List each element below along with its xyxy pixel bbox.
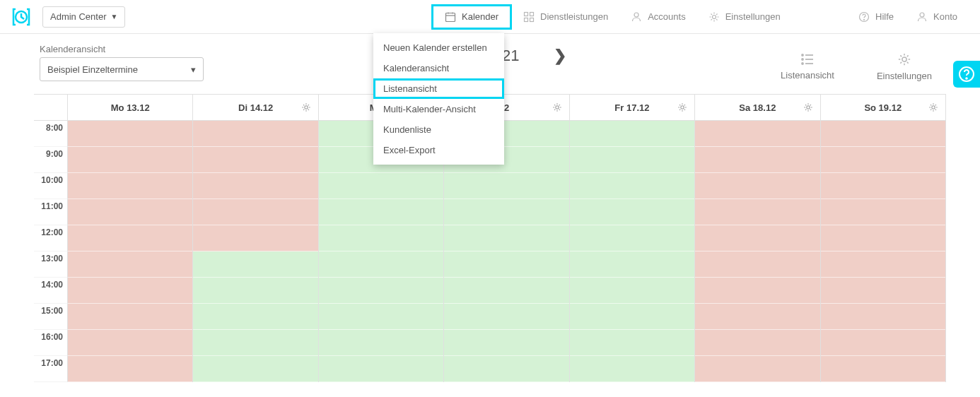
gear-icon[interactable] — [803, 102, 813, 112]
dropdown-item-excel-export[interactable]: Excel-Export — [373, 140, 504, 160]
time-slot[interactable] — [695, 225, 819, 251]
time-slot[interactable] — [570, 251, 694, 278]
time-slot[interactable] — [821, 356, 945, 382]
time-slot[interactable] — [570, 121, 694, 147]
time-slot[interactable] — [444, 173, 568, 199]
time-slot[interactable] — [444, 304, 568, 330]
time-slot[interactable] — [444, 356, 568, 382]
time-slot[interactable] — [68, 330, 192, 356]
time-slot[interactable] — [319, 304, 443, 330]
time-slot[interactable] — [319, 278, 443, 304]
gear-icon[interactable] — [552, 102, 562, 112]
time-slot[interactable] — [319, 225, 443, 251]
time-slot[interactable] — [821, 121, 945, 147]
time-slot[interactable] — [695, 199, 819, 225]
floating-help-button[interactable] — [953, 61, 980, 88]
time-slot[interactable] — [570, 147, 694, 173]
nav-einstellungen-label: Einstellungen — [725, 11, 781, 22]
day-header-label: Di 14.12 — [238, 102, 273, 113]
time-slot[interactable] — [319, 173, 443, 199]
time-slot[interactable] — [68, 304, 192, 330]
admin-center-select[interactable]: Admin Center ▼ — [42, 6, 125, 28]
dropdown-item-list-view[interactable]: Listenansicht — [373, 78, 504, 99]
time-slot[interactable] — [68, 121, 192, 147]
time-slot[interactable] — [68, 251, 192, 278]
listview-button[interactable]: Listenansicht — [781, 53, 834, 81]
nav-dienstleistungen[interactable]: Dienstleistungen — [512, 4, 619, 30]
time-slot[interactable] — [695, 251, 819, 278]
time-label: 14:00 — [34, 278, 68, 304]
time-slot[interactable] — [444, 251, 568, 278]
time-slot[interactable] — [319, 251, 443, 278]
time-slot[interactable] — [821, 304, 945, 330]
time-slot[interactable] — [570, 330, 694, 356]
time-slot[interactable] — [695, 330, 819, 356]
settings-button[interactable]: Einstellungen — [877, 52, 932, 81]
time-slot[interactable] — [193, 356, 317, 382]
time-slot[interactable] — [444, 225, 568, 251]
time-slot[interactable] — [821, 147, 945, 173]
time-slot[interactable] — [821, 278, 945, 304]
time-slot[interactable] — [821, 173, 945, 199]
time-slot[interactable] — [193, 278, 317, 304]
time-slot[interactable] — [444, 278, 568, 304]
time-slot[interactable] — [193, 225, 317, 251]
nav-konto[interactable]: Konto — [905, 4, 969, 30]
top-nav: Kalender Dienstleistungen Accounts Einst… — [431, 0, 969, 33]
day-header: Di 14.12 — [193, 95, 318, 121]
time-slot[interactable] — [319, 330, 443, 356]
time-slot[interactable] — [695, 121, 819, 147]
time-slot[interactable] — [319, 356, 443, 382]
time-slot[interactable] — [193, 199, 317, 225]
dropdown-item-new-calendar[interactable]: Neuen Kalender erstellen — [373, 37, 504, 58]
next-month-button[interactable]: ❯ — [554, 47, 566, 65]
time-slot[interactable] — [821, 199, 945, 225]
time-slot[interactable] — [695, 304, 819, 330]
time-slot[interactable] — [193, 251, 317, 278]
time-slot[interactable] — [193, 147, 317, 173]
time-slot[interactable] — [68, 356, 192, 382]
time-slot[interactable] — [695, 356, 819, 382]
dropdown-item-calendar-view[interactable]: Kalenderansicht — [373, 58, 504, 78]
day-header: Sa 18.12 — [695, 95, 820, 121]
time-slot[interactable] — [68, 225, 192, 251]
gear-icon[interactable] — [677, 102, 687, 112]
time-slot[interactable] — [68, 147, 192, 173]
time-slot[interactable] — [68, 173, 192, 199]
time-slot[interactable] — [570, 304, 694, 330]
time-slot[interactable] — [821, 251, 945, 278]
gear-icon[interactable] — [301, 102, 311, 112]
time-slot[interactable] — [68, 199, 192, 225]
time-slot[interactable] — [570, 278, 694, 304]
nav-einstellungen[interactable]: Einstellungen — [697, 4, 792, 30]
time-slot[interactable] — [695, 173, 819, 199]
calendar-select[interactable]: Beispiel Einzeltermine ▾ — [40, 57, 204, 81]
calendar-select-value: Beispiel Einzeltermine — [47, 64, 138, 75]
list-icon — [800, 53, 815, 66]
time-slot[interactable] — [193, 304, 317, 330]
time-slot[interactable] — [444, 199, 568, 225]
dropdown-item-multi-calendar[interactable]: Multi-Kalender-Ansicht — [373, 99, 504, 119]
time-slot[interactable] — [821, 225, 945, 251]
nav-hilfe[interactable]: Hilfe — [847, 4, 905, 30]
dropdown-item-customer-list[interactable]: Kundenliste — [373, 119, 504, 140]
time-slot[interactable] — [695, 147, 819, 173]
time-slot[interactable] — [193, 330, 317, 356]
time-slot[interactable] — [319, 199, 443, 225]
time-slot[interactable] — [193, 173, 317, 199]
time-slot[interactable] — [68, 278, 192, 304]
time-slot[interactable] — [570, 225, 694, 251]
gear-icon[interactable] — [928, 102, 938, 112]
day-column — [695, 121, 820, 382]
time-slot[interactable] — [570, 356, 694, 382]
time-slot[interactable] — [570, 173, 694, 199]
time-slot[interactable] — [444, 330, 568, 356]
svg-point-18 — [681, 106, 684, 109]
time-slot[interactable] — [695, 278, 819, 304]
nav-accounts[interactable]: Accounts — [619, 4, 696, 30]
day-header-label: 2 — [504, 102, 509, 113]
time-slot[interactable] — [821, 330, 945, 356]
time-slot[interactable] — [570, 199, 694, 225]
nav-kalender[interactable]: Kalender — [431, 4, 512, 30]
time-slot[interactable] — [193, 121, 317, 147]
